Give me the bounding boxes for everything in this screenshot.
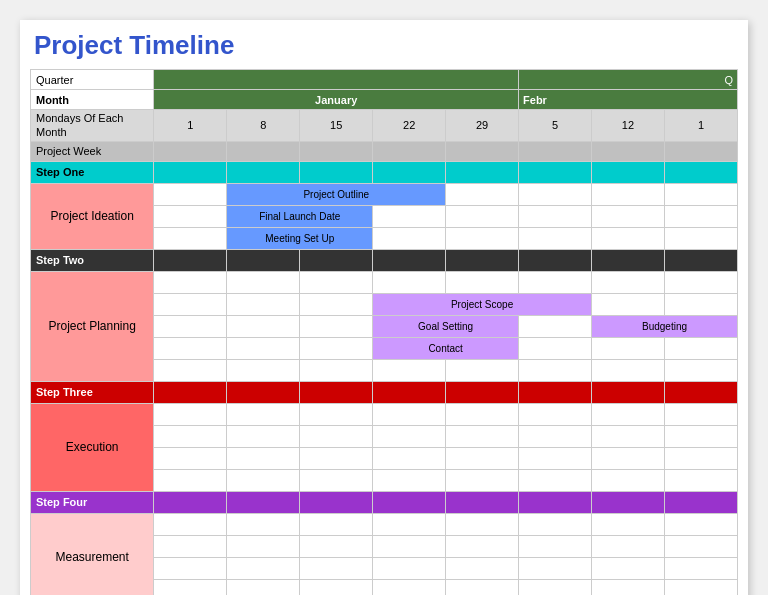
month-label: Month xyxy=(31,90,154,110)
q-right-label: Q xyxy=(519,70,738,90)
mondays-row: Mondays Of Each Month 1 8 15 22 29 5 12 … xyxy=(31,110,738,142)
project-scope-bar: Project Scope xyxy=(373,293,592,315)
gantt-table: Quarter Q Month January Febr Mondays Of … xyxy=(30,69,738,595)
date-22: 22 xyxy=(373,110,446,142)
meeting-setup-bar: Meeting Set Up xyxy=(227,227,373,249)
january-label: January xyxy=(154,90,519,110)
step-four-label: Step Four xyxy=(31,491,154,513)
measurement-row-1: Measurement xyxy=(31,513,738,535)
main-container: Project Timeline Quarter Q Month January xyxy=(20,20,748,595)
budgeting-bar: Budgeting xyxy=(592,315,738,337)
date-15: 15 xyxy=(300,110,373,142)
date-29: 29 xyxy=(446,110,519,142)
date-5: 5 xyxy=(519,110,592,142)
planning-row-1: Project Planning xyxy=(31,271,738,293)
goal-setting-bar: Goal Setting xyxy=(373,315,519,337)
planning-label: Project Planning xyxy=(31,271,154,381)
project-outline-bar: Project Outline xyxy=(227,183,446,205)
q1-label xyxy=(154,70,519,90)
quarter-row: Quarter Q xyxy=(31,70,738,90)
february-label: Febr xyxy=(519,90,738,110)
step-one-row: Step One xyxy=(31,161,738,183)
step-three-row: Step Three xyxy=(31,381,738,403)
page-title: Project Timeline xyxy=(30,30,738,61)
date-8: 8 xyxy=(227,110,300,142)
quarter-label: Quarter xyxy=(31,70,154,90)
ideation-label: Project Ideation xyxy=(31,183,154,249)
project-week-label: Project Week xyxy=(31,141,154,161)
ideation-row-1: Project Ideation Project Outline xyxy=(31,183,738,205)
execution-row-1: Execution xyxy=(31,403,738,425)
project-week-row: Project Week xyxy=(31,141,738,161)
step-four-row: Step Four xyxy=(31,491,738,513)
final-launch-bar: Final Launch Date xyxy=(227,205,373,227)
date-last: 1 xyxy=(664,110,737,142)
date-12: 12 xyxy=(592,110,665,142)
mondays-label: Mondays Of Each Month xyxy=(31,110,154,142)
date-1: 1 xyxy=(154,110,227,142)
measurement-label: Measurement xyxy=(31,513,154,595)
contact-bar: Contact xyxy=(373,337,519,359)
step-one-label: Step One xyxy=(31,161,154,183)
step-three-label: Step Three xyxy=(31,381,154,403)
step-two-row: Step Two xyxy=(31,249,738,271)
step-two-label: Step Two xyxy=(31,249,154,271)
execution-label: Execution xyxy=(31,403,154,491)
month-row: Month January Febr xyxy=(31,90,738,110)
